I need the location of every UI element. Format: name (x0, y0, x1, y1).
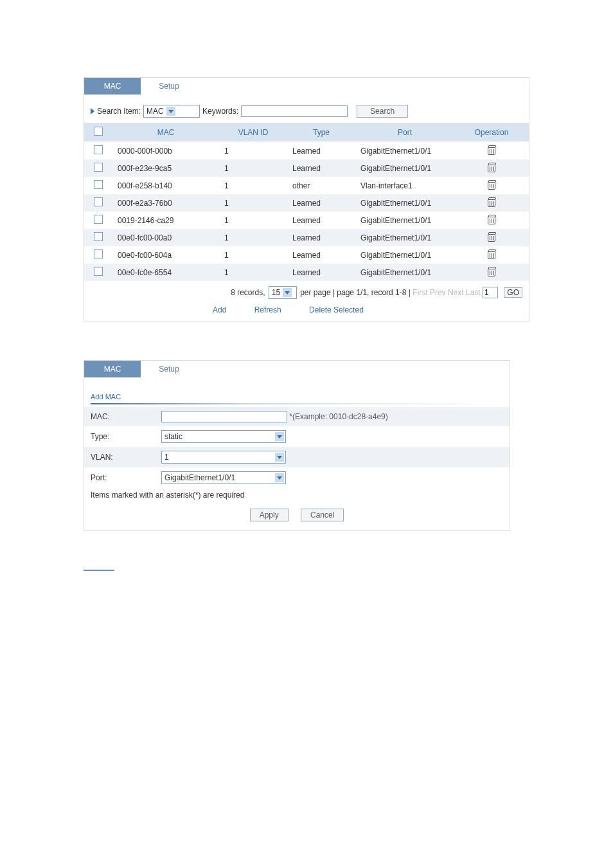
port-value: GigabitEthernet1/0/1 (164, 473, 272, 482)
cell-vlan: 1 (219, 264, 287, 281)
tab-mac[interactable]: MAC (84, 78, 141, 95)
search-item-label: Search Item: (97, 107, 141, 116)
search-item-select[interactable]: MAC (143, 105, 200, 118)
vlan-select[interactable]: 1 (161, 451, 286, 464)
pager-last[interactable]: Last (466, 288, 481, 297)
table-row: 000f-e23e-9ca51LearnedGigabitEthernet1/0… (84, 159, 529, 177)
cell-mac: 0000-000f-000b (112, 142, 219, 160)
add-link[interactable]: Add (213, 305, 226, 314)
cell-mac: 000f-e2a3-76b0 (112, 194, 219, 212)
perpage-value: 15 (272, 288, 280, 297)
type-select[interactable]: static (161, 430, 286, 443)
cell-vlan: 1 (219, 246, 287, 264)
row-checkbox[interactable] (94, 163, 103, 172)
row-checkbox[interactable] (94, 145, 103, 154)
cell-vlan: 1 (219, 142, 287, 160)
cell-type: Learned (287, 194, 355, 212)
row-checkbox[interactable] (94, 232, 103, 241)
table-row: 000f-e258-b1401otherVlan-interface1 (84, 177, 529, 194)
table-row: 00e0-fc00-604a1LearnedGigabitEthernet1/0… (84, 246, 529, 264)
cell-port: Vlan-interface1 (355, 177, 454, 194)
divider (91, 403, 503, 404)
chevron-down-icon (283, 288, 292, 297)
cell-port: GigabitEthernet1/0/1 (355, 246, 454, 264)
table-row: 00e0-fc0e-65541LearnedGigabitEthernet1/0… (84, 264, 529, 281)
mac-hint: *(Example: 0010-dc28-a4e9) (289, 412, 387, 421)
cancel-button[interactable]: Cancel (301, 509, 344, 521)
cell-type: Learned (287, 229, 355, 246)
table-row: 0019-2146-ca291LearnedGigabitEthernet1/0… (84, 212, 529, 229)
form-buttons: Apply Cancel (84, 502, 510, 530)
col-vlan: VLAN ID (219, 123, 287, 142)
cell-vlan: 1 (219, 159, 287, 177)
go-button[interactable]: GO (504, 287, 522, 298)
pager-prev[interactable]: Prev (430, 288, 446, 297)
pager-next[interactable]: Next (448, 288, 464, 297)
row-checkbox[interactable] (94, 197, 103, 206)
arrow-icon (91, 108, 94, 114)
cell-port: GigabitEthernet1/0/1 (355, 142, 454, 160)
cell-vlan: 1 (219, 177, 287, 194)
chevron-down-icon (166, 107, 175, 116)
trash-icon[interactable] (488, 163, 495, 172)
chevron-down-icon (275, 432, 284, 441)
page-input[interactable] (483, 287, 498, 298)
trash-icon[interactable] (488, 145, 495, 154)
cell-port: GigabitEthernet1/0/1 (355, 194, 454, 212)
add-mac-form: MAC: *(Example: 0010-dc28-a4e9) Type: st… (84, 407, 510, 488)
cell-type: Learned (287, 142, 355, 160)
tab-mac[interactable]: MAC (84, 361, 141, 377)
cell-type: Learned (287, 246, 355, 264)
search-button[interactable]: Search (357, 105, 408, 118)
refresh-link[interactable]: Refresh (254, 305, 281, 314)
trash-icon[interactable] (488, 197, 495, 206)
cell-type: Learned (287, 159, 355, 177)
cell-mac: 000f-e258-b140 (112, 177, 219, 194)
cell-type: Learned (287, 264, 355, 281)
col-op: Operation (454, 123, 529, 142)
row-checkbox[interactable] (94, 249, 103, 258)
divider (84, 570, 114, 571)
type-label: Type: (84, 426, 155, 447)
trash-icon[interactable] (488, 249, 495, 258)
cell-mac: 00e0-fc0e-6554 (112, 264, 219, 281)
cell-type: Learned (287, 212, 355, 229)
mac-input[interactable] (161, 411, 287, 422)
port-select[interactable]: GigabitEthernet1/0/1 (161, 471, 286, 484)
cell-port: GigabitEthernet1/0/1 (355, 212, 454, 229)
pager-mid: per page | page 1/1, record 1-8 | (300, 288, 411, 297)
cell-vlan: 1 (219, 212, 287, 229)
trash-icon[interactable] (488, 267, 495, 276)
table-row: 000f-e2a3-76b01LearnedGigabitEthernet1/0… (84, 194, 529, 212)
tab-setup[interactable]: Setup (141, 78, 197, 95)
cell-mac: 0019-2146-ca29 (112, 212, 219, 229)
section-title: Add MAC (84, 377, 510, 403)
trash-icon[interactable] (488, 180, 495, 189)
delete-selected-link[interactable]: Delete Selected (309, 305, 364, 314)
trash-icon[interactable] (488, 215, 495, 224)
table-row: 0000-000f-000b1LearnedGigabitEthernet1/0… (84, 142, 529, 160)
cell-mac: 000f-e23e-9ca5 (112, 159, 219, 177)
mac-list-panel: MAC Setup Search Item: MAC Keywords: Sea… (84, 77, 529, 321)
row-checkbox[interactable] (94, 267, 103, 276)
cell-port: GigabitEthernet1/0/1 (355, 264, 454, 281)
chevron-down-icon (275, 453, 284, 462)
pager-first[interactable]: First (413, 288, 427, 297)
cell-port: GigabitEthernet1/0/1 (355, 229, 454, 246)
trash-icon[interactable] (488, 232, 495, 241)
keywords-label: Keywords: (202, 107, 238, 116)
type-value: static (164, 432, 272, 441)
cell-vlan: 1 (219, 194, 287, 212)
cell-port: GigabitEthernet1/0/1 (355, 159, 454, 177)
select-all-checkbox[interactable] (94, 127, 103, 136)
tabs: MAC Setup (84, 78, 529, 95)
table-actions: Add Refresh Delete Selected (84, 302, 529, 321)
tab-setup[interactable]: Setup (141, 361, 197, 377)
required-note: Items marked with an asterisk(*) are req… (84, 488, 510, 502)
perpage-select[interactable]: 15 (269, 286, 297, 299)
row-checkbox[interactable] (94, 180, 103, 189)
row-checkbox[interactable] (94, 215, 103, 224)
apply-button[interactable]: Apply (250, 509, 289, 521)
vlan-value: 1 (164, 453, 272, 462)
keywords-input[interactable] (241, 105, 348, 117)
